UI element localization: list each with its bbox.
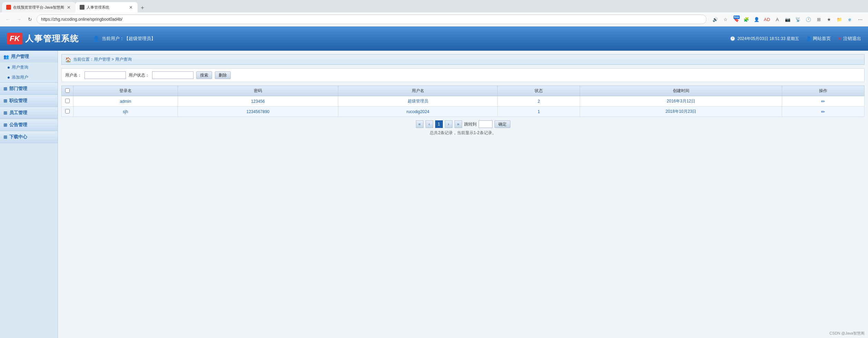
sidebar-header-employee-mgmt[interactable]: ⊞ 员工管理 [0,107,58,119]
main-layout: 👥 用户管理 用户查询 添加用户 ⊞ 部门管理 ⊞ 职位管理 [0,51,868,338]
total-info: 总共2条记录，当前显示1-2条记录。 [61,130,865,136]
new-badge: New [734,16,740,19]
row-status-1: 1 [498,107,580,117]
next-page-button[interactable]: › [445,120,452,128]
sidebar-item-add-user[interactable]: 添加用户 [0,72,58,82]
select-all-checkbox[interactable] [65,88,70,93]
app-header: FK 人事管理系统 👤 当前用户：【超级管理员】 🕐 2024年05月03日 1… [0,27,868,51]
jump-input[interactable] [479,120,492,128]
translate-icon[interactable]: A [773,15,782,24]
bookmark-star-icon[interactable]: ☆ [721,15,730,24]
table-row: admin 123456 超级管理员 2 2016年3月12日 ✏ [62,96,865,107]
th-checkbox [62,86,73,96]
row-username-0: 超级管理员 [338,96,498,107]
prev-page-button[interactable]: ‹ [426,120,433,128]
ads-icon[interactable]: AD [762,15,771,24]
collections-icon[interactable]: 📁 [835,15,844,24]
sidebar-item-label-user-query: 用户查询 [12,64,28,70]
datetime-text: 2024年05月03日 18:51:33 星期五 [737,36,799,42]
extensions-icon[interactable]: 🧩 [742,15,751,24]
address-bar[interactable] [37,14,707,24]
browser-chrome: 在线预览管理平台-Java智慧阁 ✕ 人事管理系统 ✕ ＋ ← → ↻ 🔊 ☆ … [0,0,868,27]
content-area: 🏠 当前位置：用户管理 > 用户查询 用户名： 用户状态： 搜索 删除 登录名 … [58,51,868,338]
cast-icon[interactable]: 📡 [794,15,802,24]
more-icon[interactable]: ⋯ [856,15,865,24]
home-link-text: 网站首页 [813,36,831,42]
status-input[interactable] [152,71,193,79]
clear-button[interactable]: 删除 [215,71,231,79]
edge-icon[interactable]: e [845,15,854,24]
search-button[interactable]: 搜索 [196,71,212,79]
new-tab-button[interactable]: ＋ [138,3,147,12]
row-created-time-0: 2016年3月12日 [580,96,782,107]
split-icon[interactable]: ⊞ [814,15,823,24]
status-label: 用户状态： [129,72,149,78]
watermark: CSDN @Java智慧阁 [829,331,865,336]
sidebar-header-dept-mgmt[interactable]: ⊞ 部门管理 [0,83,58,95]
jump-confirm-button[interactable]: 确定 [495,120,510,128]
read-aloud-icon[interactable]: 🔊 [711,15,720,24]
sidebar-header-notice-mgmt[interactable]: ⊞ 公告管理 [0,119,58,131]
page-1-button[interactable]: 1 [435,120,443,128]
profile-icon[interactable]: 👤 [752,15,761,24]
sidebar-label-dept-mgmt: 部门管理 [9,86,27,92]
row-login-name-1: sjh [73,107,178,117]
sidebar-icon-employee-mgmt: ⊞ [3,110,7,116]
sidebar-label-download-center: 下载中心 [9,134,27,140]
tab-close-2[interactable]: ✕ [128,5,133,10]
reload-button[interactable]: ↻ [26,15,34,24]
tab-favicon-2 [80,5,84,10]
browser-tab-1[interactable]: 在线预览管理平台-Java智慧阁 ✕ [2,2,76,12]
tab-close-1[interactable]: ✕ [66,5,71,10]
clock-icon: 🕐 [730,36,735,41]
header-right: 🕐 2024年05月03日 18:51:33 星期五 👤 网站首页 ✕ 注销退出 [730,36,861,42]
sidebar-label-employee-mgmt: 员工管理 [9,110,27,116]
first-page-button[interactable]: « [416,120,423,128]
logout-text: 注销退出 [843,36,861,42]
sidebar-icon-notice-mgmt: ⊞ [3,122,7,128]
row-checkbox-1[interactable] [65,109,70,113]
sidebar-header-download-center[interactable]: ⊞ 下载中心 [0,131,58,143]
row-checkbox-cell [62,96,73,107]
row-created-time-1: 2018年10月23日 [580,107,782,117]
sidebar-icon-user-mgmt: 👥 [3,54,9,59]
edit-icon-1[interactable]: ✏ [821,109,825,115]
last-page-button[interactable]: » [455,120,462,128]
forward-button[interactable]: → [14,15,23,24]
sidebar-section-position-mgmt: ⊞ 职位管理 [0,95,58,107]
row-checkbox-0[interactable] [65,99,70,103]
logout-link[interactable]: ✕ 注销退出 [838,36,861,42]
sidebar-item-label-add-user: 添加用户 [12,74,28,80]
username-input[interactable] [84,71,126,79]
sidebar-label-notice-mgmt: 公告管理 [9,122,27,128]
sidebar-label-user-mgmt: 用户管理 [11,53,29,60]
row-actions-1: ✏ [782,107,865,117]
th-username: 用户名 [338,86,498,96]
browser-toolbar: ← → ↻ 🔊 ☆ 🔖 New 🧩 👤 AD A 📷 📡 🕐 ⊞ ★ 📁 e ⋯ [0,12,868,27]
sidebar-header-position-mgmt[interactable]: ⊞ 职位管理 [0,95,58,107]
current-user-label: 当前用户：【超级管理员】 [102,36,156,42]
search-form: 用户名： 用户状态： 搜索 删除 [61,68,865,82]
back-button[interactable]: ← [3,15,12,24]
browser-tab-2[interactable]: 人事管理系统 ✕ [76,2,138,12]
edit-icon-0[interactable]: ✏ [821,99,825,104]
breadcrumb-bar: 🏠 当前位置：用户管理 > 用户查询 [61,54,865,65]
home-link[interactable]: 👤 网站首页 [806,36,831,42]
row-checkbox-cell [62,107,73,117]
logout-icon: ✕ [838,36,842,41]
sidebar-item-user-query[interactable]: 用户查询 [0,62,58,72]
dot-icon [8,77,10,79]
table-header-row: 登录名 密码 用户名 状态 创建时间 操作 [62,86,865,96]
favorites-icon[interactable]: ★ [825,15,834,24]
breadcrumb-icon: 🏠 [65,57,71,62]
history-icon[interactable]: 🕐 [804,15,813,24]
new-icon[interactable]: 🔖 New [731,15,740,24]
table-row: sjh 1234567890 rucodig2024 1 2018年10月23日… [62,107,865,117]
th-created-time: 创建时间 [580,86,782,96]
logo-fk: FK [7,33,22,44]
row-status-0: 2 [498,96,580,107]
screenshot-icon[interactable]: 📷 [783,15,792,24]
sidebar-header-user-mgmt[interactable]: 👥 用户管理 [0,51,58,62]
pagination: « ‹ 1 › » 跳转到 确定 [61,120,865,128]
sidebar-section-download-center: ⊞ 下载中心 [0,131,58,143]
